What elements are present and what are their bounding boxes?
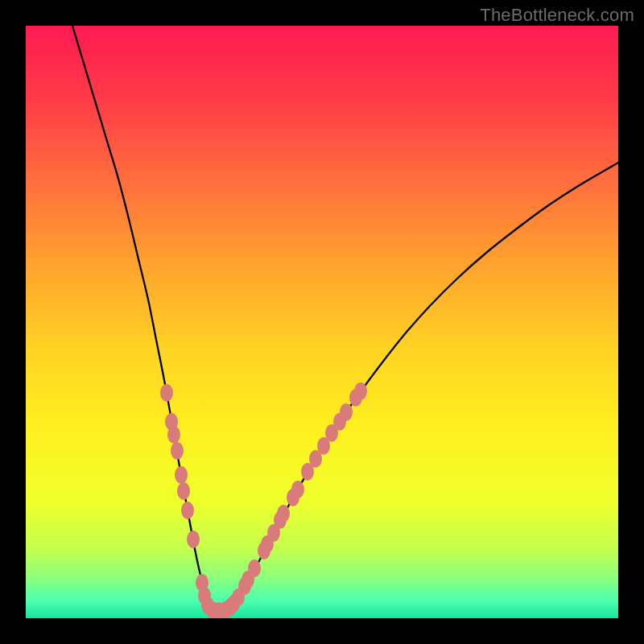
plot-area — [26, 26, 618, 618]
data-marker — [187, 530, 200, 548]
data-marker — [354, 382, 367, 400]
data-marker — [181, 502, 194, 519]
gradient-background — [26, 26, 618, 618]
watermark-text: TheBottleneck.com — [480, 5, 634, 26]
data-marker — [175, 466, 188, 484]
data-marker — [171, 442, 184, 460]
chart-canvas — [26, 26, 618, 618]
data-marker — [277, 505, 290, 522]
data-marker — [248, 559, 261, 577]
data-marker — [177, 482, 190, 500]
data-marker — [160, 384, 173, 402]
chart-frame: TheBottleneck.com — [0, 0, 644, 644]
data-marker — [167, 426, 180, 444]
data-marker — [291, 481, 304, 498]
data-marker — [340, 403, 353, 421]
